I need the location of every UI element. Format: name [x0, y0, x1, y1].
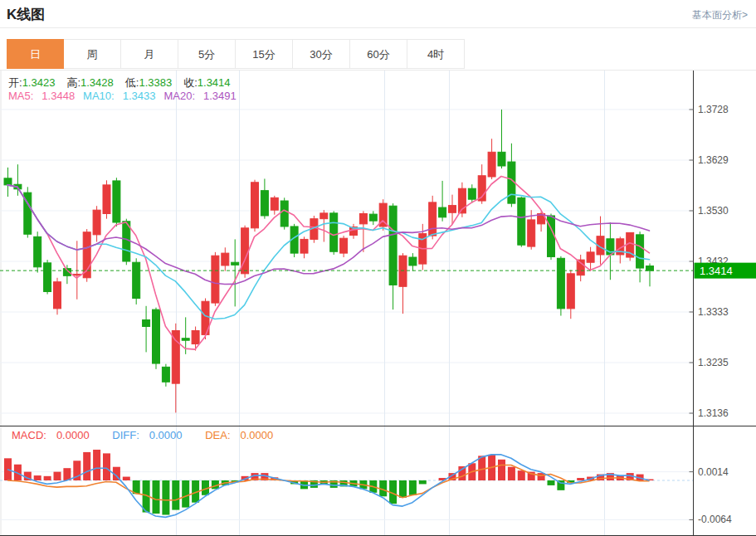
header: K线图 基本面分析> [0, 0, 756, 28]
ma5-value: 1.3448 [41, 90, 75, 102]
diff-value: 0.0000 [149, 429, 183, 441]
tab-4时[interactable]: 4时 [407, 39, 465, 69]
svg-text:-0.0064: -0.0064 [698, 514, 732, 525]
tab-30分[interactable]: 30分 [293, 39, 350, 69]
macd-value: 0.0000 [56, 429, 90, 441]
tab-60分[interactable]: 60分 [350, 39, 407, 69]
page-title: K线图 [7, 5, 45, 24]
svg-text:1.3530: 1.3530 [698, 205, 729, 217]
svg-text:1.3235: 1.3235 [698, 357, 729, 368]
svg-text:1.3136: 1.3136 [698, 407, 729, 419]
ma10-value: 1.3433 [123, 90, 156, 102]
high-label: 高: [66, 76, 80, 89]
macd-label: MACD: [12, 429, 46, 441]
ma10-label: MA10: [83, 90, 115, 102]
fundamental-analysis-link[interactable]: 基本面分析> [692, 8, 748, 22]
ohlc-readout: 开:1.3423高:1.3428低:1.3383收:1.3414 [8, 76, 242, 90]
ma20-label: MA20: [163, 90, 195, 102]
close-label: 收: [183, 76, 198, 89]
low-value: 1.3383 [139, 76, 172, 89]
macd-readout: MACD:0.0000 DIFF:0.0000 DEA:0.0000 [12, 429, 293, 441]
svg-text:1.3629: 1.3629 [698, 154, 729, 166]
open-value: 1.3423 [22, 76, 56, 89]
svg-text:1.3728: 1.3728 [698, 104, 729, 115]
dea-label: DEA: [205, 429, 230, 441]
svg-text:1.3333: 1.3333 [698, 306, 729, 318]
diff-label: DIFF: [112, 429, 139, 441]
svg-text:0.0014: 0.0014 [698, 466, 729, 478]
ma-readout: MA5:1.3448MA10:1.3433MA20:1.3491 [8, 90, 245, 102]
period-tab-bar: 日周月5分15分30分60分4时 [7, 39, 465, 69]
dea-value: 0.0000 [241, 429, 274, 441]
macd-chart[interactable]: 0.0014-0.0064 [0, 426, 756, 536]
low-label: 低: [125, 76, 139, 89]
close-value: 1.3414 [198, 76, 231, 89]
ma20-value: 1.3491 [203, 90, 237, 102]
candlestick-chart[interactable]: 1.37281.36291.35301.34321.33331.32351.31… [0, 71, 756, 426]
chart-area: 开:1.3423高:1.3428低:1.3383收:1.3414 MA5:1.3… [0, 71, 756, 536]
tab-月[interactable]: 月 [121, 39, 178, 69]
tab-日[interactable]: 日 [7, 39, 64, 69]
kline-widget: K线图 基本面分析> 日周月5分15分30分60分4时 开:1.3423高:1.… [0, 0, 756, 536]
open-label: 开: [8, 76, 22, 89]
tab-5分[interactable]: 5分 [178, 39, 236, 69]
high-value: 1.3428 [80, 76, 114, 89]
tab-15分[interactable]: 15分 [236, 39, 293, 69]
tab-周[interactable]: 周 [64, 39, 121, 69]
svg-text:1.3414: 1.3414 [700, 265, 733, 277]
ma5-label: MA5: [8, 90, 33, 102]
